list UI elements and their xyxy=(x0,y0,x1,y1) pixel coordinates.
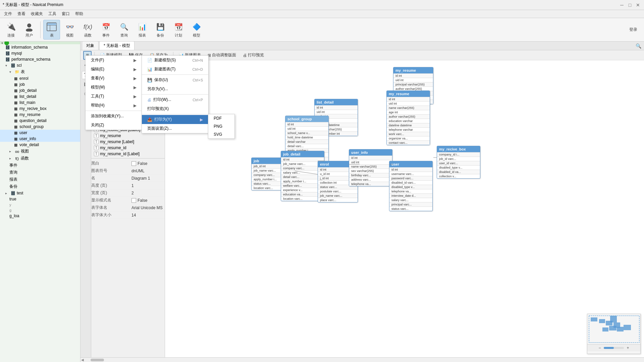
sidebar-item-reports-folder[interactable]: 报表 xyxy=(0,176,80,183)
user-label: 用户 xyxy=(25,33,33,38)
sidebar-item-enrol[interactable]: ▦ enrol xyxy=(0,75,80,81)
menu-add-favorite-item[interactable]: 添加到收藏夹(Y)... xyxy=(86,112,142,121)
report-label: 报表 xyxy=(139,33,146,38)
file-print-preview[interactable]: 打印预览(X) xyxy=(142,104,208,113)
bw-checkbox[interactable] xyxy=(131,161,136,166)
toolbar-function[interactable]: f(x) 函数 xyxy=(79,20,96,39)
menu-view[interactable]: 查看 xyxy=(15,10,28,17)
sidebar-item-my-recive-box[interactable]: ▦ my_recive_box xyxy=(0,106,80,112)
sidebar-item-school-group[interactable]: ▦ school_group xyxy=(0,124,80,130)
model-label: 模型 xyxy=(193,33,200,38)
file-export[interactable]: 📤 打印为(Y) ▶ xyxy=(142,115,208,124)
menu-file-item[interactable]: 文件(F) ▶ xyxy=(86,56,142,65)
sidebar-item-list-detail[interactable]: ▦ list_detail xyxy=(0,94,80,100)
toolbar-model[interactable]: 🔷 模型 xyxy=(188,20,205,39)
toolbar-event[interactable]: 📅 事件 xyxy=(98,20,114,39)
table-header: job_detail xyxy=(281,151,324,157)
maximize-button[interactable]: □ xyxy=(627,2,633,8)
tab-objects[interactable]: 对象 xyxy=(82,41,99,50)
sidebar-item-queries-folder[interactable]: 查询 xyxy=(0,169,80,176)
auto-adjust-button[interactable]: ⊞ 自动调整版面 xyxy=(205,52,239,59)
menu-file[interactable]: 文件 xyxy=(1,10,15,17)
connect-icon: 🔌 xyxy=(6,21,16,32)
file-page-setup[interactable]: 页面设置(Z)... xyxy=(142,124,208,133)
toolbar-view[interactable]: 👓 视图 xyxy=(61,20,78,39)
diagram-canvas[interactable]: my_resume id int uid int principal varch… xyxy=(165,60,644,357)
schedule-label: 计划 xyxy=(175,33,182,38)
search-button[interactable]: 🔍 xyxy=(634,42,643,50)
print-preview-label: 打印预览 xyxy=(248,52,264,58)
export-pdf[interactable]: PDF xyxy=(208,114,234,122)
toolbar-user[interactable]: 用户 xyxy=(21,20,38,39)
scroll-left-btn[interactable]: ◀ xyxy=(81,358,84,362)
sidebar-item-performance-schema[interactable]: 🗄️ performance_schema xyxy=(0,56,80,62)
sidebar-item-g[interactable]: g xyxy=(0,207,80,213)
menu-edit-item[interactable]: 编辑(E) ▶ xyxy=(86,65,142,74)
db-table-user[interactable]: user id int username varc... password va… xyxy=(389,161,433,211)
tab-model[interactable]: * 无标题 - 模型 xyxy=(99,41,135,50)
close-button[interactable]: ✕ xyxy=(635,2,641,8)
sidebar-item-my-resume[interactable]: ▦ my_resume xyxy=(0,112,80,118)
menu-tools[interactable]: 工具 xyxy=(46,10,59,17)
minimize-button[interactable]: ─ xyxy=(619,2,625,8)
toolbar-schedule[interactable]: 📆 计划 xyxy=(170,20,187,39)
toolbar-table[interactable]: 表 xyxy=(43,20,60,40)
zoom-in-button[interactable]: + xyxy=(625,345,631,351)
field-my-resume[interactable]: T my_resume xyxy=(91,133,165,139)
sidebar-item-backup-folder[interactable]: 备份 xyxy=(0,183,80,190)
sidebar-item-true[interactable]: true xyxy=(0,196,80,202)
export-svg[interactable]: SVG xyxy=(208,130,234,138)
db-table-user-info[interactable]: user_info id int uid int name varchar(25… xyxy=(349,149,392,186)
login-button[interactable]: 登录 xyxy=(625,25,641,34)
sidebar-item-y[interactable]: y xyxy=(0,202,80,207)
expand-arrow: ▸ xyxy=(5,191,9,195)
menu-help-item[interactable]: 帮助(H) ▶ xyxy=(86,101,142,110)
file-save[interactable]: 💾 保存(U) Ctrl+S xyxy=(142,75,208,84)
file-print[interactable]: 🖨 打印(W)... Ctrl+P xyxy=(142,95,208,104)
db-table-my-resume[interactable]: my_resume id int uid int name varchar(25… xyxy=(386,90,430,145)
file-new-table[interactable]: 📊 新建图表(T) Ctrl+D xyxy=(142,65,208,74)
sidebar-item-g-loa[interactable]: g_loa xyxy=(0,213,80,219)
menu-view-item[interactable]: 查看(V) ▶ xyxy=(86,74,142,83)
scroll-thumb[interactable] xyxy=(91,359,104,361)
field-my-resume-id-label[interactable]: T my_resume_id [Label] xyxy=(91,151,165,157)
sidebar-item-mysql[interactable]: 🗄️ mysql xyxy=(0,50,80,56)
menu-model-item[interactable]: 模型(M) ▶ xyxy=(86,83,142,92)
export-png[interactable]: PNG xyxy=(208,122,234,130)
db-table-my-recive-box[interactable]: my_recive_box company_id i... job_id var… xyxy=(437,146,480,179)
sidebar-item-user-info[interactable]: ▦ user_info xyxy=(0,136,80,142)
mode-name-checkbox[interactable] xyxy=(131,198,136,203)
sidebar-item-list-main[interactable]: ▦ list_main xyxy=(0,100,80,106)
sidebar-item-job-detail[interactable]: ▦ job_detail xyxy=(0,87,80,94)
field-my-resume-id[interactable]: T my_resume_id xyxy=(91,145,165,151)
toolbar-query[interactable]: 🔍 查询 xyxy=(116,20,132,39)
toolbar-report[interactable]: 📊 报表 xyxy=(134,20,151,39)
sidebar-item-scl[interactable]: ▾ 🗄️ scl xyxy=(0,62,80,68)
file-save-as[interactable]: 另存为(V)... xyxy=(142,84,208,94)
db-icon: 🗄️ xyxy=(5,51,10,56)
menu-help[interactable]: 帮助 xyxy=(72,10,86,17)
zoom-out-button[interactable]: − xyxy=(597,345,602,351)
print-preview-button[interactable]: 🖨 打印预览 xyxy=(240,52,267,59)
zoom-slider[interactable] xyxy=(604,347,624,349)
menu-tools-item[interactable]: 工具(T) ▶ xyxy=(86,92,142,101)
menu-favorites[interactable]: 收藏夹 xyxy=(28,10,46,17)
menu-window[interactable]: 窗口 xyxy=(59,10,72,17)
menu-close-item[interactable]: 关闭(Z) xyxy=(86,121,142,130)
sidebar-item-views-folder[interactable]: ▸ oo 视图 xyxy=(0,148,80,155)
toolbar-connect[interactable]: 🔌 连接 xyxy=(3,20,19,39)
sidebar-item-tables-folder[interactable]: ▾ 📁 表 xyxy=(0,68,80,75)
sidebar-item-information-schema[interactable]: 🗄️ information_schema xyxy=(0,44,80,50)
sidebar-item-vote-detail[interactable]: ▦ vote_detail xyxy=(0,142,80,148)
sidebar-item-user[interactable]: ▦ user xyxy=(0,130,80,136)
horizontal-scrollbar[interactable]: ◀ xyxy=(80,357,644,362)
file-new-model[interactable]: 📄 新建模型(S) Ctrl+N xyxy=(142,56,208,65)
field-my-resume-label[interactable]: T my_resume [Label] xyxy=(91,139,165,145)
connect-label: 连接 xyxy=(7,33,15,38)
sidebar-item-test[interactable]: ▸ 🗄️ test xyxy=(0,190,80,196)
sidebar-item-question-detail[interactable]: ▦ question_detail xyxy=(0,118,80,124)
toolbar-backup[interactable]: 💾 备份 xyxy=(152,20,169,39)
sidebar-item-job[interactable]: ▦ job xyxy=(0,81,80,87)
sidebar-item-functions-folder[interactable]: ▸ f() 函数 xyxy=(0,155,80,162)
sidebar-item-events-folder[interactable]: 事件 xyxy=(0,162,80,169)
